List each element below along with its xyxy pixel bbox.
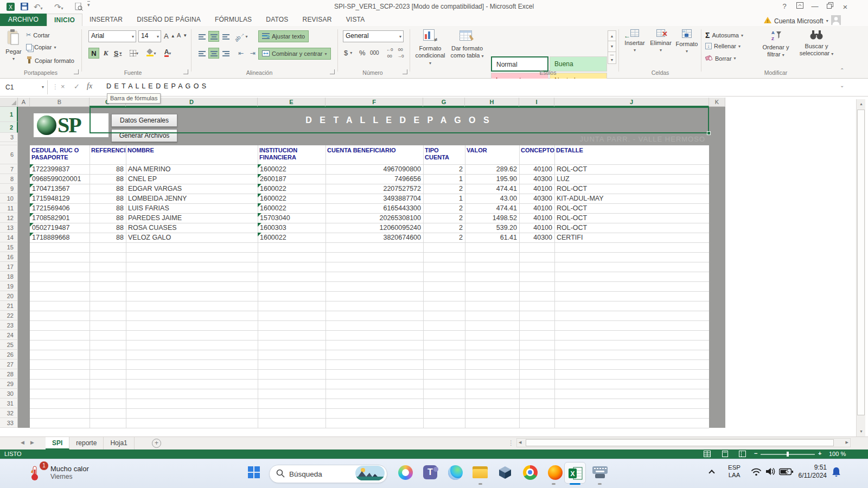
column-header-G[interactable]: G	[423, 98, 465, 107]
table-cell[interactable]: 88	[90, 203, 126, 213]
table-cell[interactable]: 474.41	[465, 203, 519, 213]
table-cell[interactable]: 1708582901	[30, 213, 90, 223]
table-cell[interactable]: 289.62	[465, 164, 519, 174]
row-header-2[interactable]: 2	[0, 122, 18, 133]
comma-style-button[interactable]: 000	[370, 50, 379, 56]
table-cell[interactable]: 61.41	[465, 233, 519, 242]
delete-cells-button[interactable]: ✕ Eliminar▾	[649, 29, 673, 68]
virtualbox-icon[interactable]	[496, 464, 514, 481]
horizontal-scrollbar[interactable]: ◀ ▶	[516, 438, 851, 447]
number-dialog-launcher[interactable]	[403, 69, 407, 74]
minimize-icon[interactable]: —	[808, 2, 821, 10]
increase-indent-button[interactable]: ⇥	[247, 48, 258, 59]
paste-button[interactable]: Pegar▾	[3, 29, 24, 68]
column-header-H[interactable]: H	[465, 98, 519, 107]
normal-view-icon[interactable]	[704, 451, 711, 458]
ribbon-tab-archivo[interactable]: ARCHIVO	[0, 14, 47, 26]
table-cell[interactable]: 1600303	[258, 223, 326, 233]
table-cell[interactable]: ROL-OCT	[554, 184, 709, 194]
fill-color-button[interactable]: ▾	[146, 48, 157, 59]
sheet-nav-right-icon[interactable]: ▶	[30, 440, 34, 445]
sheet-tab-spi[interactable]: SPI	[46, 437, 69, 450]
table-cell[interactable]: 2	[423, 164, 465, 174]
copy-button[interactable]: Copiar▾	[26, 44, 56, 50]
table-cell[interactable]: 1715948129	[30, 194, 90, 203]
percent-button[interactable]: %	[359, 49, 366, 57]
enter-icon[interactable]: ✓	[74, 82, 80, 91]
table-cell[interactable]: 40100	[519, 213, 554, 223]
table-cell[interactable]: PAREDES JAIME	[126, 213, 258, 223]
table-cell[interactable]: ROL-OCT	[554, 203, 709, 213]
row-header-3[interactable]: 3	[0, 133, 18, 142]
row-header-33[interactable]: 33	[0, 418, 18, 428]
file-explorer-icon[interactable]	[471, 464, 489, 481]
table-cell[interactable]: 88	[90, 213, 126, 223]
restore-icon[interactable]	[824, 2, 837, 10]
table-cell[interactable]: 6165443300	[326, 203, 423, 213]
sort-filter-button[interactable]: AZ Ordenar yfiltrar ▾	[758, 29, 793, 68]
column-header-F[interactable]: F	[326, 98, 423, 107]
row-header-24[interactable]: 24	[0, 330, 18, 340]
table-cell[interactable]: 40300	[519, 174, 554, 184]
copilot-icon[interactable]	[397, 464, 414, 481]
row-header-11[interactable]: 11	[0, 203, 18, 213]
table-cell[interactable]: 1	[423, 194, 465, 203]
table-cell[interactable]: 40100	[519, 164, 554, 174]
table-cell[interactable]: 88	[90, 184, 126, 194]
font-color-button[interactable]: A▾	[162, 48, 173, 59]
find-select-button[interactable]: Buscar yseleccionar ▾	[795, 29, 838, 68]
formula-bar-input[interactable]: D E T A L L E D E P A G O S	[106, 82, 833, 90]
table-cell[interactable]: 1718889668	[30, 233, 90, 242]
table-cell[interactable]: 7496656	[326, 174, 423, 184]
align-top-button[interactable]	[196, 31, 207, 42]
row-header-9[interactable]: 9	[0, 184, 18, 194]
table-cell[interactable]: 88	[90, 164, 126, 174]
column-header-A[interactable]: A	[18, 98, 30, 107]
wrap-text-button[interactable]: Ajustar texto	[258, 30, 309, 42]
row-header-32[interactable]: 32	[0, 408, 18, 418]
cancel-icon[interactable]: ×	[61, 82, 65, 91]
close-icon[interactable]: ×	[839, 2, 852, 11]
table-cell[interactable]: EDGAR VARGAS	[126, 184, 258, 194]
excel-taskbar-button[interactable]: X	[564, 462, 586, 484]
chrome-icon[interactable]	[521, 464, 539, 481]
table-cell[interactable]: 20265308100	[326, 213, 423, 223]
table-cell[interactable]: 1498.52	[465, 213, 519, 223]
table-cell[interactable]: 15703040	[258, 213, 326, 223]
column-header-J[interactable]: J	[554, 98, 709, 107]
scroll-left-icon[interactable]: ◀	[519, 440, 521, 445]
format-as-table-button[interactable]: Dar formatocomo tabla ▾	[449, 29, 485, 68]
alignment-dialog-launcher[interactable]	[330, 69, 335, 74]
align-center-button[interactable]	[208, 48, 219, 59]
font-dialog-launcher[interactable]	[183, 69, 188, 74]
speaker-icon[interactable]	[765, 467, 776, 478]
row-header-18[interactable]: 18	[0, 272, 18, 281]
row-header-10[interactable]: 10	[0, 194, 18, 203]
row-header-7[interactable]: 7	[0, 164, 18, 174]
name-box[interactable]: C1▾	[0, 80, 48, 94]
sheet-tab-reporte[interactable]: reporte	[69, 437, 104, 450]
table-cell[interactable]: 195.90	[465, 174, 519, 184]
merge-center-button[interactable]: Combinar y centrar▾	[258, 48, 331, 60]
zoom-level[interactable]: 100 %	[829, 451, 846, 457]
ribbon-tab-fórmulas[interactable]: FÓRMULAS	[208, 14, 259, 26]
sheet-nav-left-icon[interactable]: ◀	[21, 440, 24, 445]
account-area[interactable]: ! Cuenta Microsoft ▾	[764, 15, 841, 27]
scroll-right-icon[interactable]: ▶	[846, 440, 848, 445]
table-cell[interactable]: LOMBEIDA JENNY	[126, 194, 258, 203]
row-header-22[interactable]: 22	[0, 311, 18, 320]
zoom-slider-thumb[interactable]	[787, 452, 789, 457]
table-cell[interactable]: 40300	[519, 233, 554, 242]
table-cell[interactable]: ANA MERINO	[126, 164, 258, 174]
select-all-corner[interactable]	[0, 98, 18, 107]
table-cell[interactable]: 2600187	[258, 174, 326, 184]
row-header-19[interactable]: 19	[0, 281, 18, 291]
new-sheet-icon[interactable]: +	[152, 439, 161, 448]
table-cell[interactable]: 2207527572	[326, 184, 423, 194]
insert-cells-button[interactable]: ← Insertar▾	[623, 29, 647, 68]
tab-splitter[interactable]: ⋮	[508, 439, 514, 447]
avatar[interactable]	[831, 15, 841, 27]
column-header-K[interactable]: K	[709, 98, 725, 107]
table-cell[interactable]: 3493887704	[326, 194, 423, 203]
row-header-21[interactable]: 21	[0, 301, 18, 311]
